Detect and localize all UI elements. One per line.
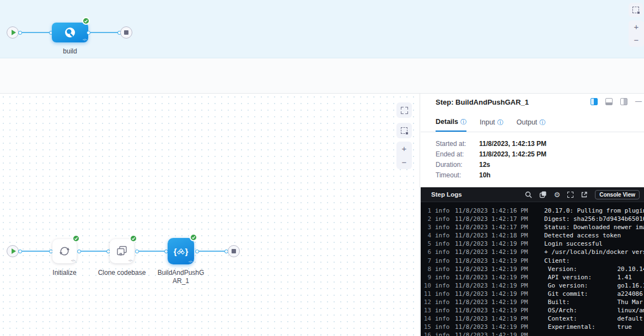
graph-end-node[interactable] [228,245,240,257]
brace-glyph: { [174,247,177,256]
stage-label: build [52,47,88,56]
log-line: 12 info 11/8/2023 1:42:19 PM Built: Thu … [423,298,644,306]
step-label-initialize: Initialize [37,269,92,277]
detail-label: Duration: [436,161,479,169]
step-node-clone-codebase[interactable]: </> [110,239,134,263]
step-details-list: Started at: 11/8/2023, 1:42:13 PM Ended … [436,138,546,180]
tab-output[interactable]: Output ⓘ [517,118,546,132]
step-panel-title: Step: BuildAndPushGAR_1 [436,98,529,106]
log-message: Version: 20.10.14 [544,265,644,273]
log-timestamp: 11/8/2023 1:42:19 PM [455,265,539,273]
log-message: 20.17.0: Pulling from plugins/gar [544,207,644,215]
stage-canvas-zoom-controls: + − [629,20,644,47]
zoom-in-button[interactable]: + [634,23,639,31]
log-level: info [435,240,450,248]
detail-value: 11/8/2023, 1:42:25 PM [479,150,546,158]
stage-node-build[interactable]: </> [52,23,88,42]
gear-icon[interactable]: ⚙ [554,191,561,198]
log-line-number: 12 [423,298,431,306]
step-node-initialize[interactable]: </> [52,239,77,263]
log-level: info [435,331,450,336]
step-node-buildandpushgar[interactable]: { } </> [168,238,194,264]
step-logs-title: Step Logs [431,191,462,198]
brace-glyph: } [185,247,189,256]
open-external-icon[interactable] [581,191,588,198]
tab-label: Output [517,118,538,126]
execution-graph-canvas[interactable]: </> </> { [0,94,420,336]
zoom-out-button[interactable]: − [402,159,407,166]
detail-label: Timeout: [436,171,479,179]
code-glyph: </> [128,259,132,262]
log-message: OS/Arch: linux/amd64 [544,306,644,315]
zoom-out-button[interactable]: − [634,36,639,44]
tab-details[interactable]: Details ⓘ [436,118,466,132]
log-line: 4 info 11/8/2023 1:42:18 PM Detected acc… [423,231,644,240]
log-level: info [435,257,450,265]
code-glyph: </> [83,38,87,41]
log-level: info [435,323,450,331]
log-timestamp: 11/8/2023 1:42:19 PM [455,331,539,336]
code-glyph: </> [71,259,75,262]
fullscreen-icon [401,107,408,114]
log-level: info [435,265,450,273]
stage-canvas-select-button[interactable] [629,3,643,17]
log-level: info [435,290,450,298]
log-line-number: 2 [423,215,431,223]
zoom-in-button[interactable]: + [402,145,407,153]
log-message: Client: [544,257,644,265]
expand-logs-icon[interactable] [567,192,573,198]
edge-line [90,32,119,33]
pipeline-end-node[interactable] [120,26,132,39]
stop-icon [232,249,236,253]
log-line: 3 info 11/8/2023 1:42:17 PM Status: Down… [423,223,644,231]
log-line: 1 info 11/8/2023 1:42:16 PM 20.17.0: Pul… [423,207,644,215]
selection-icon [401,127,407,134]
log-level: info [435,315,450,323]
success-badge-icon [82,17,90,25]
edge-line [138,251,165,252]
log-lines[interactable]: 1 info 11/8/2023 1:42:16 PM 20.17.0: Pul… [421,202,644,336]
layout-right-panel-icon[interactable] [591,98,598,105]
build-stage-icon [63,26,77,39]
play-icon [12,30,16,35]
success-badge-icon [130,235,137,242]
detail-value: 12s [479,161,490,169]
canvas-select-button[interactable] [396,123,412,138]
pipeline-start-node[interactable] [7,26,19,39]
logs-toolbar: ⚙ Console View [525,190,640,199]
log-timestamp: 11/8/2023 1:42:17 PM [455,215,539,223]
copy-icon[interactable] [539,191,547,198]
log-message: Git commit: a224086 [544,290,644,298]
console-view-button[interactable]: Console View [595,190,640,199]
graph-start-node[interactable] [7,245,19,257]
log-level: info [435,281,450,290]
log-line: 5 info 11/8/2023 1:42:19 PM Login succes… [423,240,644,248]
search-icon[interactable] [525,191,532,198]
pipeline-execution-page: </> build + − build Started at: 11/8/202… [0,0,644,336]
minimize-panel-button[interactable]: — [635,98,642,105]
tab-input[interactable]: Input ⓘ [480,118,503,132]
layout-bottom-panel-icon[interactable] [605,98,613,105]
stage-graph-band: </> build + − [0,0,644,58]
log-line-number: 10 [423,281,431,290]
info-icon: ⓘ [539,118,545,127]
log-message: Login successful [544,240,644,248]
canvas-fullscreen-button[interactable] [396,102,412,118]
log-timestamp: 11/8/2023 1:42:19 PM [455,298,539,306]
log-message: Detected access token [544,231,644,240]
log-message: API version: 1.41 [544,273,644,281]
log-timestamp: 11/8/2023 1:42:19 PM [455,273,539,281]
log-timestamp: 11/8/2023 1:42:19 PM [455,315,539,323]
edge-line [22,251,50,252]
edge-line [80,251,107,252]
panel-layout-controls: — [591,98,642,105]
log-message: Digest: sha256:b7d9434b65010f038f8ec [544,215,644,223]
edge-line [22,32,50,33]
log-line: 16 info 11/8/2023 1:42:19 PM [423,331,644,336]
log-line-number: 11 [423,290,431,298]
step-label-clone-codebase: Clone codebase [89,269,155,277]
log-message: Context: default [544,315,644,323]
log-message: Built: Thu Mar 24 01:45 [544,298,644,306]
layout-side-panel-icon[interactable] [620,98,627,105]
selection-icon [632,7,639,13]
